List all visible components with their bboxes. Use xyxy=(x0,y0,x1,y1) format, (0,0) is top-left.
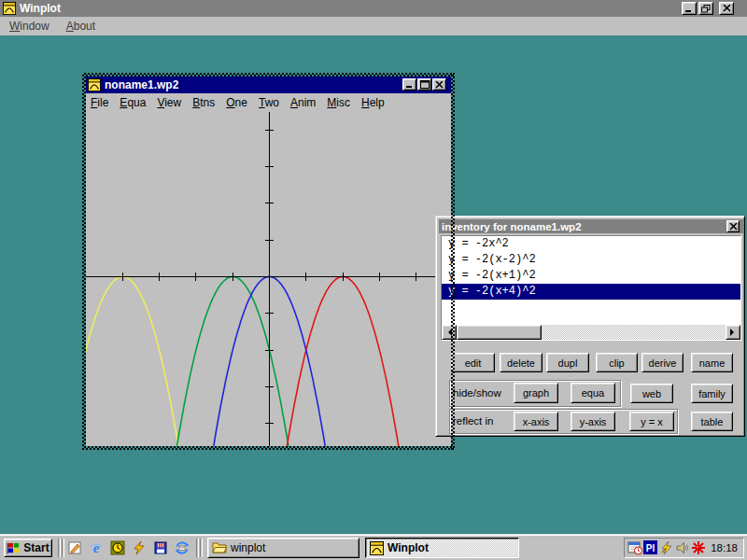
menu-view[interactable]: View xyxy=(155,94,183,111)
close-icon[interactable] xyxy=(726,220,740,232)
scroll-right-icon[interactable] xyxy=(726,325,740,340)
volume-icon[interactable] xyxy=(675,540,690,555)
menu-two[interactable]: Two xyxy=(257,94,281,111)
parabolas-plot xyxy=(86,112,451,446)
taskbar-separator xyxy=(196,539,199,557)
plot-canvas[interactable] xyxy=(86,112,451,446)
plot-window: noname1.wp2 File Equa View Btns One Two … xyxy=(86,77,451,446)
toolbar-drag-handle[interactable] xyxy=(200,539,203,557)
plot-menubar: File Equa View Btns One Two Anim Misc He… xyxy=(86,93,451,112)
equation-row[interactable]: y = -2(x+4)^2 xyxy=(442,284,740,300)
horizontal-scrollbar[interactable] xyxy=(442,325,740,340)
reflect-in-label: reflect in xyxy=(453,415,493,427)
scrollbar-thumb[interactable] xyxy=(457,325,542,340)
main-window-title: Winplot xyxy=(20,2,61,15)
winplot-doc-icon[interactable] xyxy=(88,78,101,91)
family-button[interactable]: family xyxy=(691,384,733,403)
drag-outline-left xyxy=(82,73,86,450)
menu-btns[interactable]: Btns xyxy=(190,94,217,111)
winplot-app-icon xyxy=(370,541,384,555)
close-button[interactable] xyxy=(432,78,446,91)
web-button[interactable]: web xyxy=(630,384,673,403)
drag-outline-top xyxy=(82,73,455,77)
system-tray: PI 18:18 xyxy=(624,538,744,558)
main-titlebar: Winplot xyxy=(0,0,747,17)
menu-one[interactable]: One xyxy=(224,94,249,111)
delete-button[interactable]: delete xyxy=(500,353,543,372)
curve-y-2-x-1-2 xyxy=(167,277,299,447)
winplot-app-icon[interactable] xyxy=(3,2,16,15)
taskbar: Start e winplot Winplot PI 18:18 xyxy=(0,534,747,560)
drag-outline-right xyxy=(451,73,455,450)
taskbar-separator xyxy=(58,539,61,557)
menu-misc[interactable]: Misc xyxy=(325,94,352,111)
dupl-button[interactable]: dupl xyxy=(546,353,589,372)
hide-show-label: hide/show xyxy=(453,387,501,399)
start-button[interactable]: Start xyxy=(4,539,52,557)
menu-anim[interactable]: Anim xyxy=(289,94,317,111)
minimize-button[interactable] xyxy=(682,2,697,15)
main-menubar: Window About xyxy=(0,17,747,35)
red-star-icon[interactable] xyxy=(691,540,706,555)
menu-help[interactable]: Help xyxy=(359,94,387,111)
lightning-icon[interactable] xyxy=(132,540,148,555)
menu-window[interactable]: Window xyxy=(7,18,51,35)
restore-button[interactable] xyxy=(698,2,713,15)
inventory-dialog: inventory for noname1.wp2 y = -2x^2y = -… xyxy=(435,216,745,437)
pi-icon[interactable]: PI xyxy=(643,540,658,555)
equa-button[interactable]: equa xyxy=(571,383,615,403)
inventory-title: inventory for noname1.wp2 xyxy=(442,221,582,232)
equation-list[interactable]: y = -2x^2y = -2(x-2)^2y = -2(x+1)^2y = -… xyxy=(441,235,741,341)
equation-row[interactable]: y = -2(x-2)^2 xyxy=(442,252,740,268)
svg-text:e: e xyxy=(93,540,100,555)
taskbar-button-winplot-app[interactable]: Winplot xyxy=(365,538,519,558)
minimize-button[interactable] xyxy=(402,78,416,91)
table-button[interactable]: table xyxy=(691,412,733,431)
y-equals-x-button[interactable]: y = x xyxy=(629,412,674,431)
plot-window-title: noname1.wp2 xyxy=(105,78,178,91)
close-button[interactable] xyxy=(719,2,734,15)
menu-equa[interactable]: Equa xyxy=(118,94,148,111)
clock-icon[interactable] xyxy=(110,540,126,555)
internet-explorer-icon[interactable]: e xyxy=(89,540,105,555)
x-axis-button[interactable]: x-axis xyxy=(514,412,558,431)
maximize-button[interactable] xyxy=(417,78,431,91)
notepad-pencil-icon[interactable] xyxy=(67,540,83,555)
toolbar-drag-handle[interactable] xyxy=(62,539,64,557)
mail-sync-icon[interactable] xyxy=(175,540,190,555)
inventory-titlebar: inventory for noname1.wp2 xyxy=(439,219,743,233)
tray-clock: 18:18 xyxy=(711,542,738,553)
equation-row[interactable]: y = -2x^2 xyxy=(442,236,740,252)
derive-button[interactable]: derive xyxy=(641,353,684,372)
windows-logo-icon xyxy=(7,542,21,554)
curve-y-2-x-2-2 xyxy=(276,277,408,447)
desktop: { "colors": { "desktop_teal": "#3c8a8a",… xyxy=(0,0,747,560)
name-button[interactable]: name xyxy=(691,353,733,372)
curve-y-2-x-4-2 xyxy=(86,277,189,447)
drag-outline-bottom xyxy=(82,446,455,450)
scrollbar-track[interactable] xyxy=(542,325,726,340)
folder-open-icon xyxy=(212,541,227,554)
y-axis-button[interactable]: y-axis xyxy=(571,412,615,431)
menu-about[interactable]: About xyxy=(64,18,97,35)
taskbar-button-winplot-folder[interactable]: winplot xyxy=(207,538,359,558)
edit-button[interactable]: edit xyxy=(451,353,495,372)
graph-button[interactable]: graph xyxy=(514,383,558,403)
equation-row[interactable]: y = -2(x+1)^2 xyxy=(442,268,740,284)
scheduler-icon[interactable] xyxy=(627,540,642,555)
svg-text:PI: PI xyxy=(646,543,655,553)
lightning-icon[interactable] xyxy=(659,540,674,555)
floppy-disk-icon[interactable] xyxy=(153,540,169,555)
plot-titlebar: noname1.wp2 xyxy=(86,77,451,93)
menu-file[interactable]: File xyxy=(89,94,110,111)
clip-button[interactable]: clip xyxy=(596,353,638,372)
